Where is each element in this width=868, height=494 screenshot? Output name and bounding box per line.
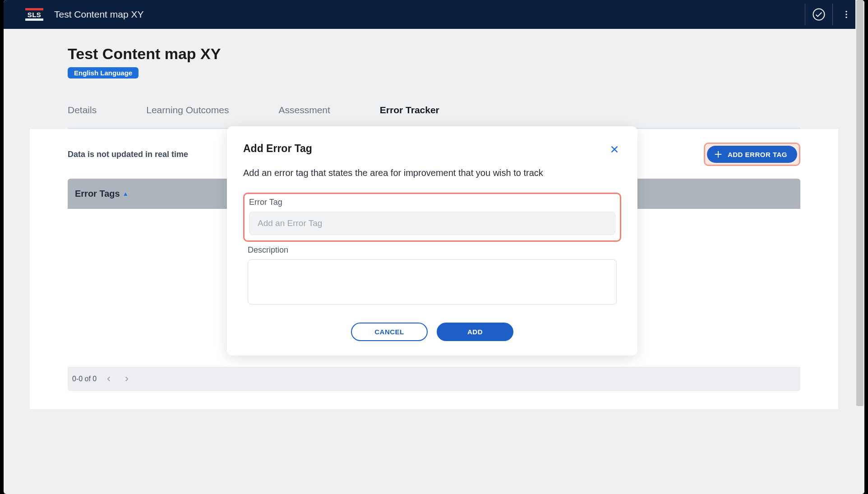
page-title: Test Content map XY bbox=[68, 45, 800, 63]
column-header-error-tags[interactable]: Error Tags ▲ bbox=[75, 189, 129, 199]
scrollbar-thumb[interactable] bbox=[856, 0, 863, 406]
add-error-tag-label: ADD ERROR TAG bbox=[728, 151, 787, 158]
error-tag-field-highlight: Error Tag bbox=[243, 193, 621, 242]
app-logo[interactable]: SLS bbox=[25, 8, 43, 21]
close-icon bbox=[609, 144, 619, 154]
more-vert-icon[interactable] bbox=[837, 5, 855, 23]
tab-error-tracker[interactable]: Error Tracker bbox=[380, 98, 439, 123]
error-tag-label: Error Tag bbox=[249, 198, 615, 207]
table-footer: 0-0 of 0 bbox=[68, 367, 800, 391]
divider bbox=[832, 4, 833, 25]
logo-text: SLS bbox=[25, 10, 43, 18]
modal-subtitle: Add an error tag that states the area fo… bbox=[243, 168, 621, 178]
tab-details[interactable]: Details bbox=[68, 98, 97, 123]
svg-point-3 bbox=[845, 17, 847, 18]
tab-learning-outcomes[interactable]: Learning Outcomes bbox=[146, 98, 229, 123]
next-page-button[interactable] bbox=[121, 373, 133, 385]
svg-point-2 bbox=[845, 14, 847, 15]
column-header-label: Error Tags bbox=[75, 189, 120, 199]
check-circle-icon[interactable] bbox=[810, 5, 828, 23]
topbar: SLS Test Content map XY bbox=[4, 0, 864, 29]
chevron-right-icon bbox=[123, 375, 131, 383]
pagination-text: 0-0 of 0 bbox=[72, 375, 97, 383]
modal-close-button[interactable] bbox=[608, 143, 621, 158]
divider bbox=[805, 4, 805, 25]
prev-page-button[interactable] bbox=[103, 373, 115, 385]
plus-icon bbox=[713, 149, 723, 159]
add-error-tag-highlight: ADD ERROR TAG bbox=[704, 143, 800, 166]
tab-row: Details Learning Outcomes Assessment Err… bbox=[68, 98, 800, 123]
svg-point-0 bbox=[813, 9, 825, 20]
vertical-scrollbar[interactable] bbox=[855, 0, 864, 494]
subject-badge: English Language bbox=[68, 67, 139, 78]
info-text: Data is not updated in real time bbox=[68, 150, 188, 159]
add-error-tag-modal: Add Error Tag Add an error tag that stat… bbox=[227, 126, 637, 355]
page-header: Test Content map XY English Language Det… bbox=[30, 29, 838, 128]
chevron-left-icon bbox=[105, 375, 113, 383]
modal-title: Add Error Tag bbox=[243, 143, 312, 155]
sort-asc-icon: ▲ bbox=[123, 190, 129, 197]
add-error-tag-button[interactable]: ADD ERROR TAG bbox=[707, 146, 797, 163]
description-label: Description bbox=[248, 245, 617, 255]
add-button[interactable]: ADD bbox=[437, 323, 513, 341]
cancel-button[interactable]: CANCEL bbox=[351, 323, 428, 341]
description-input[interactable] bbox=[248, 259, 617, 305]
svg-point-1 bbox=[845, 11, 847, 12]
tab-assessment[interactable]: Assessment bbox=[278, 98, 330, 123]
topbar-title: Test Content map XY bbox=[54, 9, 143, 20]
error-tag-input[interactable] bbox=[249, 212, 615, 235]
